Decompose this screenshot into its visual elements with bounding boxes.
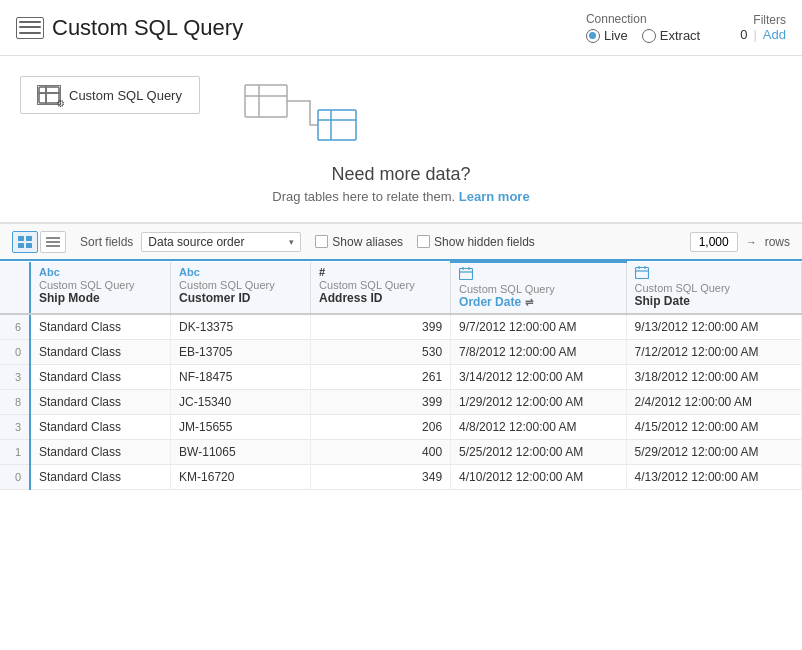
show-hidden-label: Show hidden fields [434,235,535,249]
cell-customer-id: NF-18475 [171,365,311,390]
ship-mode-colname: Ship Mode [39,291,162,305]
filters-count: 0 [740,27,747,42]
ship-date-source: Custom SQL Query [635,282,793,294]
page-title: Custom SQL Query [52,15,243,41]
cell-customer-id: KM-16720 [171,465,311,490]
svg-rect-9 [18,236,24,241]
extract-label: Extract [660,28,700,43]
svg-rect-3 [245,85,287,117]
customer-id-type-icon: Abc [179,266,200,278]
view-toggle [12,231,66,253]
cell-ship-mode: Standard Class [30,390,171,415]
toolbar: Sort fields Data source order ▾ Show ali… [0,223,802,261]
live-radio[interactable] [586,29,600,43]
cell-ship-date: 3/18/2012 12:00:00 AM [626,365,801,390]
rows-input[interactable] [690,232,738,252]
col-header-rownum [0,262,30,314]
address-id-type-icon: # [319,266,325,278]
cell-rownum: 6 [0,314,30,340]
show-aliases-label: Show aliases [332,235,403,249]
connection-section: Connection Live Extract [586,12,700,43]
col-header-address-id[interactable]: # Custom SQL Query Address ID [311,262,451,314]
list-view-button[interactable] [40,231,66,253]
cell-ship-date: 9/13/2012 12:00:00 AM [626,314,801,340]
cell-ship-mode: Standard Class [30,314,171,340]
col-header-order-date[interactable]: Custom SQL Query Order Date ⇌ [451,262,626,314]
ship-date-type-icon [635,266,649,281]
cell-rownum: 8 [0,390,30,415]
learn-more-link[interactable]: Learn more [459,189,530,204]
cell-address-id: 399 [311,390,451,415]
filters-section: Filters 0 | Add [740,13,786,42]
cell-address-id: 530 [311,340,451,365]
cell-ship-date: 5/29/2012 12:00:00 AM [626,440,801,465]
cell-customer-id: DK-13375 [171,314,311,340]
extract-radio[interactable] [642,29,656,43]
svg-rect-20 [635,268,648,279]
grid-icon [18,236,32,248]
canvas-area: ⚙ Custom SQL Query Need more data? Dr [0,56,802,223]
cell-order-date: 5/25/2012 12:00:00 AM [451,440,626,465]
cell-order-date: 4/8/2012 12:00:00 AM [451,415,626,440]
show-aliases-checkbox[interactable] [315,235,328,248]
svg-rect-13 [46,237,60,239]
col-header-ship-mode[interactable]: Abc Custom SQL Query Ship Mode [30,262,171,314]
grid-view-button[interactable] [12,231,38,253]
address-id-colname: Address ID [319,291,442,305]
table-icon-wrapper: ⚙ [37,85,61,105]
sort-dropdown[interactable]: Data source order ▾ [141,232,301,252]
canvas-top: ⚙ Custom SQL Query [20,76,782,150]
cell-address-id: 349 [311,465,451,490]
cell-ship-mode: Standard Class [30,465,171,490]
cell-customer-id: JC-15340 [171,390,311,415]
cell-ship-mode: Standard Class [30,365,171,390]
need-data-section: Need more data? Drag tables here to rela… [20,150,782,212]
svg-rect-11 [18,243,24,248]
svg-rect-6 [318,110,356,140]
need-data-sub: Drag tables here to relate them. Learn m… [20,189,782,204]
customer-id-colname: Customer ID [179,291,302,305]
cell-rownum: 0 [0,465,30,490]
cell-ship-mode: Standard Class [30,340,171,365]
live-label: Live [604,28,628,43]
svg-rect-16 [460,269,473,280]
cell-address-id: 206 [311,415,451,440]
header-left: Custom SQL Query [16,15,546,41]
cell-rownum: 1 [0,440,30,465]
cell-order-date: 3/14/2012 12:00:00 AM [451,365,626,390]
sql-table-box[interactable]: ⚙ Custom SQL Query [20,76,200,114]
gear-icon: ⚙ [56,98,65,109]
connection-radio-group: Live Extract [586,28,700,43]
connection-live-option[interactable]: Live [586,28,628,43]
order-date-type-icon [459,267,473,282]
ship-date-colname: Ship Date [635,294,793,308]
table-header-row: Abc Custom SQL Query Ship Mode Abc Custo… [0,262,802,314]
cell-rownum: 3 [0,365,30,390]
table-row: 0 Standard Class EB-13705 530 7/8/2012 1… [0,340,802,365]
table-row: 6 Standard Class DK-13375 399 9/7/2012 1… [0,314,802,340]
cell-order-date: 9/7/2012 12:00:00 AM [451,314,626,340]
col-header-ship-date[interactable]: Custom SQL Query Ship Date [626,262,801,314]
ship-mode-type-icon: Abc [39,266,60,278]
cell-order-date: 7/8/2012 12:00:00 AM [451,340,626,365]
cell-customer-id: BW-11065 [171,440,311,465]
svg-rect-14 [46,241,60,243]
address-id-source: Custom SQL Query [319,279,442,291]
add-filter-link[interactable]: Add [763,27,786,42]
cell-ship-mode: Standard Class [30,415,171,440]
cell-customer-id: JM-15655 [171,415,311,440]
join-diagram [240,76,360,150]
cell-ship-date: 4/15/2012 12:00:00 AM [626,415,801,440]
list-icon [46,236,60,248]
order-date-source: Custom SQL Query [459,283,617,295]
cell-rownum: 3 [0,415,30,440]
rows-arrow-icon: → [746,236,757,248]
ship-mode-source: Custom SQL Query [39,279,162,291]
show-hidden-group: Show hidden fields [417,235,535,249]
order-date-colname: Order Date ⇌ [459,295,617,309]
col-header-customer-id[interactable]: Abc Custom SQL Query Customer ID [171,262,311,314]
show-hidden-checkbox[interactable] [417,235,430,248]
svg-rect-10 [26,236,32,241]
connection-label: Connection [586,12,700,26]
connection-extract-option[interactable]: Extract [642,28,700,43]
